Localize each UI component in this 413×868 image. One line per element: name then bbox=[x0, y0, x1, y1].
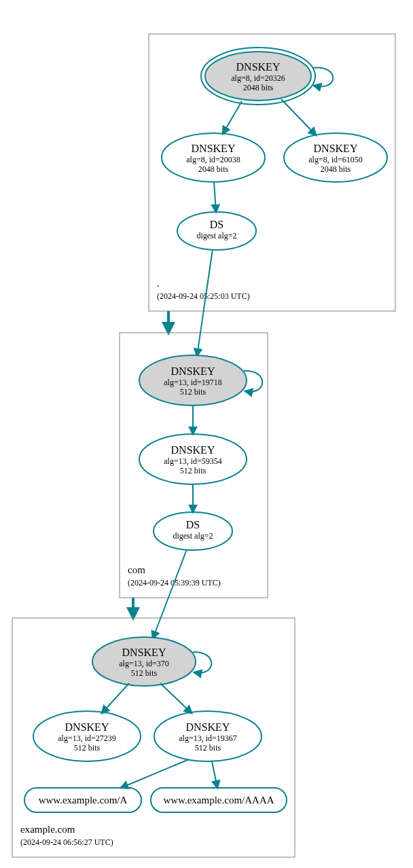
com-ds-line1: digest alg=2 bbox=[173, 531, 213, 541]
example-zsk2-line2: 512 bits bbox=[195, 743, 221, 753]
com-ksk-title: DNSKEY bbox=[171, 365, 215, 377]
com-ksk-node: DNSKEY alg=13, id=19718 512 bits bbox=[139, 355, 247, 405]
record-aaaa-label: www.example.com/AAAA bbox=[163, 795, 274, 806]
root-zsk2-node: DNSKEY alg=8, id=61050 2048 bits bbox=[284, 133, 387, 182]
example-zsk1-line1: alg=13, id=27239 bbox=[58, 734, 116, 743]
com-zsk-line2: 512 bits bbox=[180, 466, 206, 475]
example-zsk1-line2: 512 bits bbox=[74, 743, 101, 753]
zone-com: com (2024-09-24 05:39:39 UTC) DNSKEY alg… bbox=[120, 249, 268, 598]
zone-root-name: . bbox=[157, 278, 160, 289]
zone-root-timestamp: (2024-09-24 05:25:03 UTC) bbox=[157, 291, 250, 301]
com-ksk-line1: alg=13, id=19718 bbox=[164, 378, 222, 387]
zone-example-timestamp: (2024-09-24 06:56:27 UTC) bbox=[20, 837, 113, 847]
root-zsk2-title: DNSKEY bbox=[314, 143, 358, 154]
edge-com-ds-example-ksk bbox=[153, 549, 187, 638]
example-zsk2-line1: alg=13, id=19367 bbox=[179, 734, 237, 743]
example-ksk-title: DNSKEY bbox=[122, 647, 166, 658]
record-a-node: www.example.com/A bbox=[24, 788, 141, 812]
root-ksk-line1: alg=8, id=20326 bbox=[231, 73, 285, 83]
com-zsk-node: DNSKEY alg=13, id=59354 512 bits bbox=[139, 434, 247, 484]
edge-example-zsk2-a bbox=[121, 759, 189, 788]
root-ksk-node: DNSKEY alg=8, id=20326 2048 bits bbox=[201, 48, 315, 105]
example-zsk1-node: DNSKEY alg=13, id=27239 512 bits bbox=[33, 711, 141, 761]
root-ksk-title: DNSKEY bbox=[236, 61, 281, 73]
edge-root-ds-com-ksk bbox=[197, 249, 213, 356]
root-zsk1-line2: 2048 bits bbox=[198, 164, 229, 174]
zone-example: example.com (2024-09-24 06:56:27 UTC) DN… bbox=[12, 549, 295, 857]
example-zsk2-title: DNSKEY bbox=[186, 721, 230, 733]
root-ds-node: DS digest alg=2 bbox=[177, 212, 256, 250]
root-ds-title: DS bbox=[210, 219, 223, 230]
edge-example-ksk-zsk2 bbox=[160, 683, 192, 713]
root-ds-line1: digest alg=2 bbox=[196, 231, 236, 240]
edge-root-ksk-zsk1 bbox=[223, 101, 242, 134]
zone-example-name: example.com bbox=[20, 824, 75, 835]
example-zsk2-node: DNSKEY alg=13, id=19367 512 bits bbox=[154, 711, 262, 761]
zone-root: . (2024-09-24 05:25:03 UTC) DNSKEY alg=8… bbox=[149, 34, 395, 311]
com-zsk-line1: alg=13, id=59354 bbox=[164, 456, 222, 466]
com-zsk-title: DNSKEY bbox=[171, 444, 215, 456]
root-zsk1-title: DNSKEY bbox=[192, 143, 236, 154]
root-zsk2-line2: 2048 bits bbox=[321, 164, 351, 174]
root-zsk1-line1: alg=8, id=20038 bbox=[186, 155, 240, 164]
edge-root-ksk-zsk2 bbox=[281, 99, 316, 135]
com-ds-node: DS digest alg=2 bbox=[154, 512, 232, 550]
root-ksk-line2: 2048 bits bbox=[243, 83, 274, 92]
root-zsk1-node: DNSKEY alg=8, id=20038 2048 bits bbox=[162, 133, 265, 182]
root-zsk2-line1: alg=8, id=61050 bbox=[308, 155, 363, 164]
example-zsk1-title: DNSKEY bbox=[65, 721, 109, 733]
edge-example-zsk2-aaaa bbox=[212, 761, 217, 788]
example-ksk-line1: alg=13, id=370 bbox=[119, 659, 169, 668]
com-ds-title: DS bbox=[186, 519, 200, 530]
record-a-label: www.example.com/A bbox=[39, 795, 128, 806]
record-aaaa-node: www.example.com/AAAA bbox=[151, 788, 287, 812]
edge-example-ksk-zsk1 bbox=[102, 683, 129, 713]
example-ksk-line2: 512 bits bbox=[131, 668, 158, 678]
example-ksk-node: DNSKEY alg=13, id=370 512 bits bbox=[92, 637, 196, 686]
edge-root-zsk1-ds bbox=[214, 182, 216, 212]
zone-com-name: com bbox=[128, 564, 145, 575]
com-ksk-line2: 512 bits bbox=[180, 387, 206, 397]
